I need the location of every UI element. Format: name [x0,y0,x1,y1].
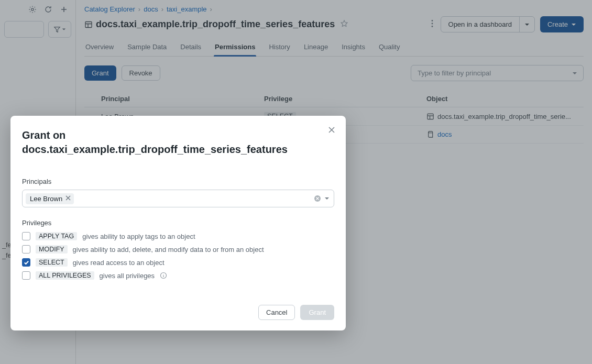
privilege-desc: gives ability to apply tags to an object [82,233,195,240]
privilege-checkbox[interactable] [22,258,30,267]
privilege-desc: gives read access to an object [73,259,165,267]
grant-modal: Grant on docs.taxi_example.trip_dropoff_… [10,116,346,330]
privilege-desc: gives ability to add, delete, and modify… [73,246,264,253]
privilege-checkbox[interactable] [22,232,30,240]
privilege-name: ALL PRIVILEGES [36,271,94,280]
privilege-checkbox[interactable] [22,245,30,253]
modal-title: Grant on docs.taxi_example.trip_dropoff_… [22,128,334,157]
cancel-button[interactable]: Cancel [258,305,295,320]
privilege-desc: gives all privileges [100,272,155,280]
privilege-row: SELECTgives read access to an object [22,258,334,267]
privileges-list: APPLY TAGgives ability to apply tags to … [22,232,334,280]
info-icon[interactable] [160,272,167,279]
principal-tag: Lee Brown [26,193,74,204]
privileges-label: Privileges [22,219,334,227]
principal-tag-label: Lee Brown [30,195,62,203]
clear-icon[interactable] [314,195,321,202]
privilege-row: APPLY TAGgives ability to apply tags to … [22,232,334,240]
principals-input[interactable]: Lee Brown [22,190,334,207]
privilege-row: MODIFYgives ability to add, delete, and … [22,245,334,253]
chevron-down-icon[interactable] [324,196,330,201]
grant-submit-button[interactable]: Grant [300,305,334,320]
privilege-name: APPLY TAG [36,232,77,240]
privilege-checkbox[interactable] [22,271,30,280]
privilege-name: SELECT [36,258,68,267]
remove-tag-icon[interactable] [65,195,71,202]
privilege-name: MODIFY [36,245,68,253]
principals-label: Principals [22,178,334,185]
close-icon[interactable] [326,124,337,136]
privilege-row: ALL PRIVILEGESgives all privileges [22,271,334,280]
